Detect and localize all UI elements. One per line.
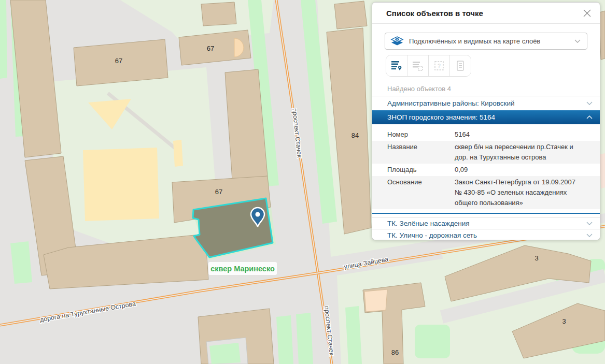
chevron-down-icon — [574, 39, 581, 43]
list-point-button[interactable] — [386, 55, 407, 76]
objects-at-point-panel: Список объектов в точке Подключённых и в… — [372, 2, 600, 240]
accordion-label: ТК. Улично - дорожная сеть — [387, 231, 477, 239]
section-separator — [372, 213, 600, 214]
detail-label: Название — [372, 142, 455, 163]
report-icon — [455, 60, 466, 71]
detail-row: Название сквер б/н на пересечении пр.Ста… — [372, 141, 600, 164]
close-icon — [583, 9, 591, 17]
detail-row: Основание Закон Санкт-Петербурга от 19.0… — [372, 176, 600, 209]
building-courtyard-green — [209, 343, 241, 364]
building-number-67b: 67 — [207, 45, 214, 52]
detail-row: Площадь 0,09 — [372, 164, 600, 176]
building-number-3b: 3 — [562, 317, 566, 325]
detail-label: Площадь — [372, 165, 455, 175]
accordion-label: ТК. Зелёные насаждения — [387, 220, 470, 227]
list-point-icon — [391, 60, 402, 71]
chevron-down-icon — [586, 234, 593, 237]
building-number-67a: 67 — [115, 57, 122, 65]
list-area-icon — [412, 60, 424, 71]
panel-header: Список объектов в точке — [372, 3, 600, 24]
svg-text:сквер Маринеско: сквер Маринеско — [210, 265, 275, 273]
layers-filter-dropdown[interactable]: Подключённых и видимых на карте слоёв — [385, 33, 587, 50]
detail-row: Номер 5164 — [372, 128, 600, 141]
area-question-icon: ? — [433, 60, 445, 71]
chevron-down-icon — [586, 101, 593, 105]
detail-value: 5164 — [455, 129, 600, 140]
accordion-tk-streets[interactable]: ТК. Улично - дорожная сеть — [372, 229, 600, 240]
results-count: Найдено объектов 4 — [387, 85, 600, 93]
chevron-up-icon — [586, 115, 593, 119]
selected-object-label: сквер Маринеско — [208, 262, 277, 275]
layers-eye-icon — [390, 36, 404, 46]
accordion-label: ЗНОП городского значения: 5164 — [387, 113, 495, 121]
accordion-tk-green[interactable]: ТК. Зелёные насаждения — [372, 217, 600, 229]
building-number-86: 86 — [391, 348, 399, 356]
chevron-down-icon — [586, 222, 593, 225]
report-button[interactable] — [449, 55, 471, 76]
accordion-znop[interactable]: ЗНОП городского значения: 5164 — [372, 110, 600, 124]
detail-value: Закон Санкт-Петербурга от 19.09.2007 № 4… — [455, 177, 600, 208]
svg-text:?: ? — [438, 63, 441, 69]
detail-label: Основание — [372, 177, 455, 208]
close-button[interactable] — [581, 7, 593, 19]
area-question-button[interactable]: ? — [428, 55, 449, 76]
object-details: Номер 5164 Название сквер б/н на пересеч… — [372, 124, 600, 214]
detail-value: 0,09 — [455, 165, 600, 175]
results-toolbar: ? — [386, 55, 471, 77]
building-number-67c: 67 — [215, 188, 222, 196]
detail-label: Номер — [372, 129, 455, 140]
accordion-admin-districts[interactable]: Административные районы: Кировский — [372, 96, 600, 110]
detail-value: сквер б/н на пересечении пр.Стачек и дор… — [455, 142, 600, 163]
layers-filter-value: Подключённых и видимых на карте слоёв — [409, 37, 574, 45]
list-area-button[interactable] — [407, 55, 428, 76]
accordion-label: Административные районы: Кировский — [387, 99, 515, 107]
panel-title: Список объектов в точке — [386, 9, 581, 18]
building-number-3a: 3 — [534, 254, 538, 262]
building-number-84: 84 — [351, 132, 359, 139]
